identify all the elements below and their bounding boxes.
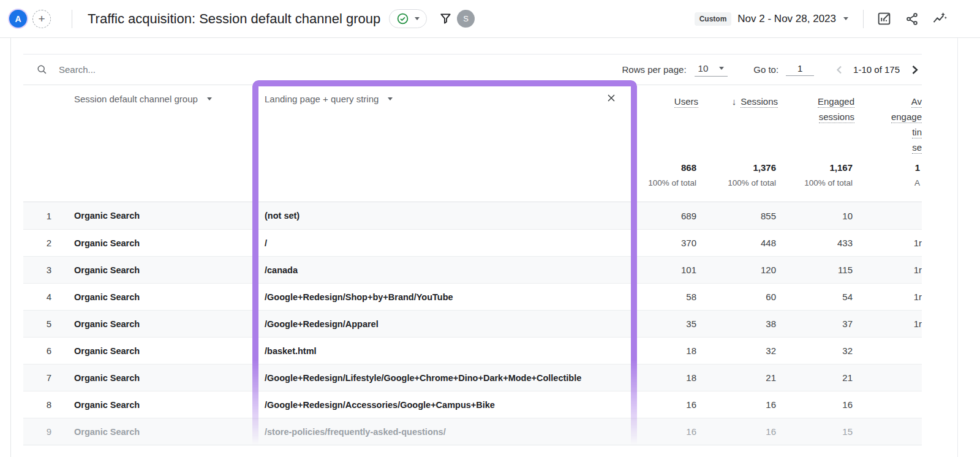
- column-header-engaged-sessions[interactable]: Engaged sessions: [778, 94, 854, 124]
- table-row: 4 Organic Search /Google+Redesign/Shop+b…: [23, 283, 922, 310]
- report-validity-button[interactable]: [389, 9, 427, 28]
- column-header-sessions[interactable]: ↓Sessions: [662, 94, 778, 109]
- column-header-landing-page[interactable]: Landing page + query string: [265, 94, 393, 104]
- row-number: 9: [23, 426, 56, 437]
- insights-icon: [932, 11, 948, 26]
- cell-channel-group: Organic Search: [56, 238, 254, 248]
- cell-landing-page: /Google+Redesign/Apparel: [254, 319, 637, 329]
- filter-button[interactable]: [439, 12, 453, 26]
- cell-engaged: 16: [778, 399, 854, 410]
- row-number: 6: [23, 346, 56, 356]
- check-circle-icon: [396, 12, 409, 25]
- search-icon: [36, 63, 48, 76]
- avatar[interactable]: A: [9, 10, 27, 28]
- close-icon: [606, 93, 616, 103]
- caret-down-icon: [843, 17, 848, 20]
- table-row: 7 Organic Search /Google+Redesign/Lifest…: [23, 364, 922, 391]
- goto-page-input[interactable]: [786, 63, 814, 76]
- chevron-right-icon: [907, 62, 922, 77]
- segment-chip[interactable]: S: [457, 10, 475, 28]
- cell-landing-page: /store-policies/frequently-asked-questio…: [254, 427, 637, 437]
- insights-button[interactable]: [932, 11, 948, 26]
- cell-users: 58: [637, 292, 698, 302]
- cell-landing-page: /Google+Redesign/Shop+by+Brand/YouTube: [254, 292, 637, 302]
- search-input[interactable]: [59, 64, 255, 75]
- cell-engaged: 37: [778, 319, 854, 329]
- cell-landing-page: /Google+Redesign/Lifestyle/Google+Chrome…: [254, 373, 637, 383]
- cell-channel-group: Organic Search: [56, 265, 254, 275]
- cell-sessions: 32: [698, 346, 778, 356]
- previous-page-button[interactable]: [832, 62, 847, 77]
- app-header: A + Traffic acquisition: Session default…: [0, 0, 980, 38]
- column-header-avg-engagement-time-cutoff[interactable]: Av engage tin se: [854, 94, 922, 155]
- row-number: 2: [23, 238, 56, 248]
- cell-channel-group: Organic Search: [56, 319, 254, 329]
- table-toolbar: Rows per page: 10 Go to: 1-10 of 175: [23, 54, 922, 85]
- share-button[interactable]: [905, 12, 919, 26]
- customize-report-icon: [876, 11, 892, 26]
- add-comparison-button[interactable]: +: [32, 10, 51, 28]
- table-header: Session default channel group Landing pa…: [23, 85, 922, 202]
- page-title: Traffic acquisition: Session default cha…: [88, 11, 380, 27]
- cell-engaged: 32: [778, 346, 854, 356]
- cell-engaged: 115: [778, 265, 854, 275]
- cell-engaged: 54: [778, 292, 854, 302]
- date-range-label: Nov 2 - Nov 28, 2023: [737, 13, 836, 25]
- cell-avg-engagement-cutoff: 1r: [854, 292, 922, 302]
- sort-descending-icon: ↓: [732, 96, 737, 107]
- table-body: 1 Organic Search (not set) 689 855 10 2 …: [23, 202, 922, 445]
- row-number: 5: [23, 319, 56, 329]
- cell-sessions: 38: [698, 319, 778, 329]
- cell-avg-engagement-cutoff: 1r: [854, 238, 922, 248]
- caret-down-icon: [415, 17, 420, 20]
- cell-users: 18: [637, 372, 698, 383]
- totals-sessions: 1,376 100% of total: [698, 162, 778, 187]
- cell-channel-group: Organic Search: [56, 211, 254, 221]
- card-right-border: [957, 38, 958, 457]
- cell-channel-group: Organic Search: [56, 346, 254, 356]
- cell-engaged: 433: [778, 238, 854, 248]
- totals-avg-engagement-cutoff: 1 A: [854, 162, 920, 187]
- cell-sessions: 60: [698, 292, 778, 302]
- table-row: 9 Organic Search /store-policies/frequen…: [23, 418, 922, 445]
- cell-channel-group: Organic Search: [56, 427, 254, 437]
- cell-users: 16: [637, 399, 698, 410]
- table-row: 3 Organic Search /canada 101 120 115 1r: [23, 256, 922, 283]
- cell-sessions: 120: [698, 265, 778, 275]
- share-icon: [905, 12, 919, 26]
- page-range-label: 1-10 of 175: [853, 64, 900, 75]
- segment-letter: S: [463, 14, 469, 23]
- table-row: 2 Organic Search / 370 448 433 1r: [23, 229, 922, 256]
- cell-users: 689: [637, 211, 698, 221]
- next-page-button[interactable]: [907, 62, 922, 77]
- cell-users: 16: [637, 426, 698, 437]
- cell-engaged: 15: [778, 426, 854, 437]
- cell-sessions: 21: [698, 372, 778, 383]
- remove-column-button[interactable]: [606, 93, 616, 105]
- customize-report-button[interactable]: [876, 11, 892, 26]
- caret-down-icon: [207, 97, 212, 100]
- avatar-letter: A: [15, 14, 21, 24]
- filter-icon: [439, 12, 453, 26]
- rows-per-page-select[interactable]: 10: [695, 63, 728, 77]
- table-row: 6 Organic Search /basket.html 18 32 32: [23, 337, 922, 364]
- card-left-border: [10, 38, 11, 457]
- date-preset-badge: Custom: [695, 12, 732, 26]
- goto-label: Go to:: [753, 64, 778, 75]
- rows-per-page-label: Rows per page:: [622, 64, 686, 75]
- rows-per-page-value: 10: [698, 63, 709, 74]
- ga4-report-page: A + Traffic acquisition: Session default…: [0, 0, 980, 457]
- date-range-selector[interactable]: Nov 2 - Nov 28, 2023: [737, 13, 848, 25]
- chevron-left-icon: [832, 62, 847, 77]
- column-header-channel-group[interactable]: Session default channel group: [74, 94, 212, 104]
- cell-sessions: 855: [698, 211, 778, 221]
- cell-users: 35: [637, 319, 698, 329]
- totals-users: 868 100% of total: [637, 162, 698, 187]
- table-row: 8 Organic Search /Google+Redesign/Access…: [23, 391, 922, 418]
- cell-landing-page: /basket.html: [254, 346, 637, 356]
- cell-users: 18: [637, 346, 698, 356]
- row-number: 8: [23, 399, 56, 410]
- cell-avg-engagement-cutoff: 1r: [854, 319, 922, 329]
- divider: [863, 10, 864, 28]
- cell-avg-engagement-cutoff: 1r: [854, 265, 922, 275]
